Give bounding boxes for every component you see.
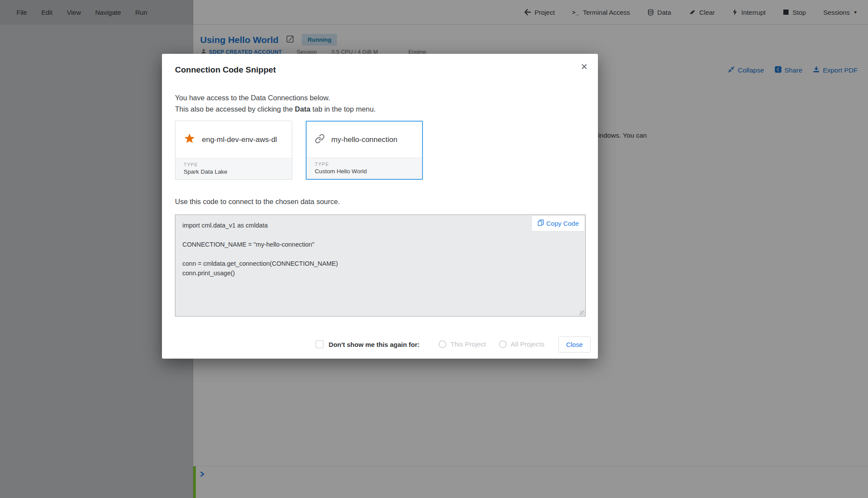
- radio-this-project[interactable]: This Project: [439, 340, 486, 348]
- intro-line-1: You have access to the Data Connections …: [175, 92, 376, 103]
- type-label: TYPE: [184, 162, 284, 167]
- code-text[interactable]: import cml.data_v1 as cmldata CONNECTION…: [175, 215, 585, 284]
- link-icon: [315, 134, 325, 145]
- close-button[interactable]: Close: [558, 336, 591, 353]
- cml-workbench: File Edit View Navigate Run Project >_ T…: [0, 0, 868, 498]
- connection-name: eng-ml-dev-env-aws-dl: [202, 135, 277, 144]
- modal-intro: You have access to the Data Connections …: [175, 92, 376, 115]
- intro-line-2: This also be accessed by clicking the Da…: [175, 103, 376, 115]
- connection-card-spark[interactable]: eng-ml-dev-env-aws-dl TYPE Spark Data La…: [175, 121, 292, 180]
- data-connections: eng-ml-dev-env-aws-dl TYPE Spark Data La…: [175, 121, 423, 180]
- connection-name: my-hello-connection: [331, 135, 397, 144]
- radio-icon: [499, 340, 507, 348]
- dont-show-label: Don't show me this again for:: [329, 341, 419, 348]
- code-snippet-box[interactable]: import cml.data_v1 as cmldata CONNECTION…: [175, 214, 586, 317]
- connection-card-hello[interactable]: my-hello-connection TYPE Custom Hello Wo…: [306, 121, 423, 180]
- connection-code-snippet-modal: Connection Code Snippet × You have acces…: [162, 54, 598, 359]
- radio-icon: [439, 340, 446, 348]
- resize-handle[interactable]: [580, 310, 585, 316]
- copy-icon: [538, 219, 544, 228]
- radio-all-projects[interactable]: All Projects: [499, 340, 545, 348]
- modal-title: Connection Code Snippet: [175, 65, 276, 75]
- copy-code-button[interactable]: Copy Code: [531, 215, 585, 231]
- type-value: Spark Data Lake: [184, 168, 284, 175]
- dont-show-checkbox[interactable]: [316, 340, 323, 348]
- type-label: TYPE: [315, 162, 414, 167]
- type-value: Custom Hello World: [315, 168, 414, 175]
- spark-data-lake-icon: [184, 133, 195, 146]
- code-instruction: Use this code to connect to the chosen d…: [175, 198, 340, 206]
- close-icon[interactable]: ×: [581, 61, 587, 72]
- modal-footer: Don't show me this again for: This Proje…: [175, 336, 591, 353]
